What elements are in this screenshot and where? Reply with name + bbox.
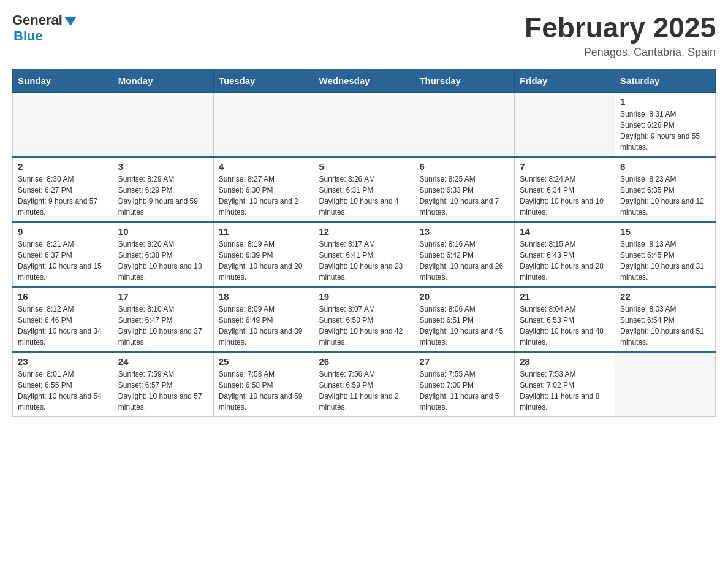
day-number: 10 — [118, 226, 208, 237]
day-number: 13 — [419, 226, 509, 237]
calendar-table: SundayMondayTuesdayWednesdayThursdayFrid… — [12, 69, 716, 417]
day-number: 11 — [219, 226, 309, 237]
day-number: 5 — [319, 161, 409, 172]
calendar-day-cell: 6Sunrise: 8:25 AM Sunset: 6:33 PM Daylig… — [414, 157, 515, 222]
day-of-week-header: Thursday — [414, 69, 515, 92]
calendar-day-cell: 9Sunrise: 8:21 AM Sunset: 6:37 PM Daylig… — [13, 222, 113, 287]
day-number: 4 — [219, 161, 309, 172]
day-number: 18 — [219, 291, 309, 302]
calendar-day-cell: 25Sunrise: 7:58 AM Sunset: 6:58 PM Dayli… — [213, 352, 314, 417]
calendar-day-cell — [414, 92, 515, 157]
day-number: 24 — [118, 356, 208, 367]
day-of-week-header: Saturday — [615, 69, 716, 92]
day-info: Sunrise: 7:53 AM Sunset: 7:02 PM Dayligh… — [520, 369, 610, 413]
day-number: 28 — [520, 356, 610, 367]
day-info: Sunrise: 8:17 AM Sunset: 6:41 PM Dayligh… — [319, 239, 409, 283]
day-info: Sunrise: 8:07 AM Sunset: 6:50 PM Dayligh… — [319, 304, 409, 348]
day-number: 2 — [18, 161, 108, 172]
day-number: 9 — [18, 226, 108, 237]
calendar-day-cell: 1Sunrise: 8:31 AM Sunset: 6:26 PM Daylig… — [615, 92, 716, 157]
day-info: Sunrise: 8:29 AM Sunset: 6:29 PM Dayligh… — [118, 174, 208, 218]
calendar-week-row: 2Sunrise: 8:30 AM Sunset: 6:27 PM Daylig… — [13, 157, 716, 222]
day-number: 23 — [18, 356, 108, 367]
day-number: 6 — [419, 161, 509, 172]
day-of-week-header: Monday — [113, 69, 213, 92]
calendar-day-cell: 24Sunrise: 7:59 AM Sunset: 6:57 PM Dayli… — [113, 352, 213, 417]
calendar-day-cell: 16Sunrise: 8:12 AM Sunset: 6:46 PM Dayli… — [13, 287, 113, 352]
day-info: Sunrise: 8:20 AM Sunset: 6:38 PM Dayligh… — [118, 239, 208, 283]
day-number: 3 — [118, 161, 208, 172]
calendar-header-row: SundayMondayTuesdayWednesdayThursdayFrid… — [13, 69, 716, 92]
day-info: Sunrise: 7:55 AM Sunset: 7:00 PM Dayligh… — [419, 369, 509, 413]
day-number: 16 — [18, 291, 108, 302]
day-number: 26 — [319, 356, 409, 367]
day-info: Sunrise: 8:12 AM Sunset: 6:46 PM Dayligh… — [18, 304, 108, 348]
calendar-day-cell — [615, 352, 716, 417]
logo: General Blue — [12, 12, 77, 44]
day-of-week-header: Sunday — [13, 69, 113, 92]
day-number: 1 — [620, 96, 710, 107]
day-info: Sunrise: 8:06 AM Sunset: 6:51 PM Dayligh… — [419, 304, 509, 348]
day-of-week-header: Friday — [515, 69, 615, 92]
calendar-day-cell: 28Sunrise: 7:53 AM Sunset: 7:02 PM Dayli… — [515, 352, 615, 417]
calendar-day-cell — [213, 92, 314, 157]
calendar-day-cell: 7Sunrise: 8:24 AM Sunset: 6:34 PM Daylig… — [515, 157, 615, 222]
day-info: Sunrise: 7:59 AM Sunset: 6:57 PM Dayligh… — [118, 369, 208, 413]
calendar-day-cell — [314, 92, 414, 157]
day-info: Sunrise: 8:09 AM Sunset: 6:49 PM Dayligh… — [219, 304, 309, 348]
calendar-day-cell: 13Sunrise: 8:16 AM Sunset: 6:42 PM Dayli… — [414, 222, 515, 287]
day-info: Sunrise: 8:31 AM Sunset: 6:26 PM Dayligh… — [620, 109, 710, 153]
logo-blue-text: Blue — [13, 28, 43, 44]
day-info: Sunrise: 8:10 AM Sunset: 6:47 PM Dayligh… — [118, 304, 208, 348]
day-info: Sunrise: 8:15 AM Sunset: 6:43 PM Dayligh… — [520, 239, 610, 283]
day-number: 15 — [620, 226, 710, 237]
logo-general-text: General — [12, 12, 63, 28]
calendar-day-cell: 21Sunrise: 8:04 AM Sunset: 6:53 PM Dayli… — [515, 287, 615, 352]
day-number: 20 — [419, 291, 509, 302]
calendar-day-cell: 26Sunrise: 7:56 AM Sunset: 6:59 PM Dayli… — [314, 352, 414, 417]
day-info: Sunrise: 8:13 AM Sunset: 6:45 PM Dayligh… — [620, 239, 710, 283]
day-info: Sunrise: 8:30 AM Sunset: 6:27 PM Dayligh… — [18, 174, 108, 218]
day-number: 21 — [520, 291, 610, 302]
calendar-week-row: 1Sunrise: 8:31 AM Sunset: 6:26 PM Daylig… — [13, 92, 716, 157]
day-info: Sunrise: 8:24 AM Sunset: 6:34 PM Dayligh… — [520, 174, 610, 218]
calendar-day-cell: 2Sunrise: 8:30 AM Sunset: 6:27 PM Daylig… — [13, 157, 113, 222]
calendar-day-cell: 17Sunrise: 8:10 AM Sunset: 6:47 PM Dayli… — [113, 287, 213, 352]
calendar-day-cell: 23Sunrise: 8:01 AM Sunset: 6:55 PM Dayli… — [13, 352, 113, 417]
calendar-day-cell: 20Sunrise: 8:06 AM Sunset: 6:51 PM Dayli… — [414, 287, 515, 352]
day-number: 17 — [118, 291, 208, 302]
day-number: 19 — [319, 291, 409, 302]
calendar-day-cell: 10Sunrise: 8:20 AM Sunset: 6:38 PM Dayli… — [113, 222, 213, 287]
calendar-week-row: 23Sunrise: 8:01 AM Sunset: 6:55 PM Dayli… — [13, 352, 716, 417]
day-info: Sunrise: 8:21 AM Sunset: 6:37 PM Dayligh… — [18, 239, 108, 283]
calendar-day-cell: 15Sunrise: 8:13 AM Sunset: 6:45 PM Dayli… — [615, 222, 716, 287]
calendar-day-cell: 5Sunrise: 8:26 AM Sunset: 6:31 PM Daylig… — [314, 157, 414, 222]
day-number: 12 — [319, 226, 409, 237]
calendar-day-cell: 11Sunrise: 8:19 AM Sunset: 6:39 PM Dayli… — [213, 222, 314, 287]
day-info: Sunrise: 7:58 AM Sunset: 6:58 PM Dayligh… — [219, 369, 309, 413]
day-info: Sunrise: 8:19 AM Sunset: 6:39 PM Dayligh… — [219, 239, 309, 283]
calendar-day-cell — [13, 92, 113, 157]
calendar-day-cell: 12Sunrise: 8:17 AM Sunset: 6:41 PM Dayli… — [314, 222, 414, 287]
calendar-day-cell — [515, 92, 615, 157]
day-info: Sunrise: 8:26 AM Sunset: 6:31 PM Dayligh… — [319, 174, 409, 218]
calendar-day-cell: 8Sunrise: 8:23 AM Sunset: 6:35 PM Daylig… — [615, 157, 716, 222]
day-info: Sunrise: 8:04 AM Sunset: 6:53 PM Dayligh… — [520, 304, 610, 348]
day-info: Sunrise: 8:25 AM Sunset: 6:33 PM Dayligh… — [419, 174, 509, 218]
logo-arrow-icon — [64, 17, 77, 26]
calendar-day-cell: 18Sunrise: 8:09 AM Sunset: 6:49 PM Dayli… — [213, 287, 314, 352]
day-info: Sunrise: 8:27 AM Sunset: 6:30 PM Dayligh… — [219, 174, 309, 218]
day-number: 8 — [620, 161, 710, 172]
title-area: February 2025 Penagos, Cantabria, Spain — [525, 12, 716, 59]
calendar-day-cell: 4Sunrise: 8:27 AM Sunset: 6:30 PM Daylig… — [213, 157, 314, 222]
day-of-week-header: Wednesday — [314, 69, 414, 92]
calendar-day-cell — [113, 92, 213, 157]
calendar-title: February 2025 — [525, 12, 716, 44]
day-number: 22 — [620, 291, 710, 302]
day-of-week-header: Tuesday — [213, 69, 314, 92]
day-info: Sunrise: 8:16 AM Sunset: 6:42 PM Dayligh… — [419, 239, 509, 283]
day-number: 14 — [520, 226, 610, 237]
day-number: 7 — [520, 161, 610, 172]
calendar-day-cell: 22Sunrise: 8:03 AM Sunset: 6:54 PM Dayli… — [615, 287, 716, 352]
day-info: Sunrise: 8:01 AM Sunset: 6:55 PM Dayligh… — [18, 369, 108, 413]
